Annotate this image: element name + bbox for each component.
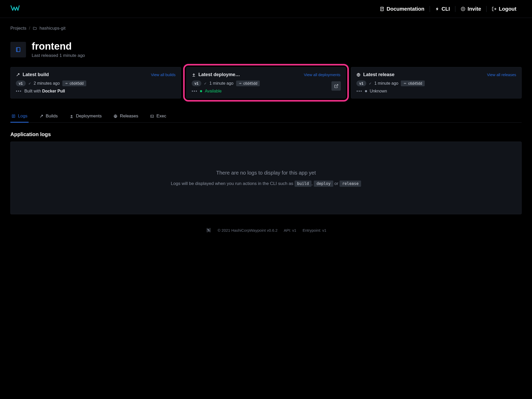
status-dot-gray	[365, 90, 367, 92]
logs-icon	[11, 114, 16, 118]
app-icon	[10, 42, 26, 57]
app-subtitle: Last released 1 minute ago	[32, 53, 85, 58]
book-icon	[15, 46, 21, 53]
more-icon[interactable]: •••	[16, 89, 22, 94]
release-time: 1 minute ago	[374, 81, 398, 86]
footer-api: API: v1	[284, 228, 296, 232]
view-all-releases-link[interactable]: View all releases	[487, 72, 516, 77]
tab-deployments-label: Deployments	[76, 114, 102, 119]
card-release-title: Latest release	[363, 72, 394, 77]
nav-documentation[interactable]: Documentation	[374, 6, 430, 12]
globe-icon	[114, 114, 117, 118]
app-title: frontend	[32, 41, 85, 52]
nav-logout[interactable]: Logout	[487, 6, 522, 12]
release-version: v1	[356, 81, 366, 86]
card-latest-release: Latest release View all releases v1 ✓ 1 …	[351, 67, 522, 98]
tab-logs[interactable]: Logs	[10, 110, 29, 123]
nav-logout-label: Logout	[499, 6, 516, 12]
logs-panel: There are no logs to display for this ap…	[10, 142, 522, 214]
nav-documentation-label: Documentation	[387, 6, 424, 12]
tab-exec-label: Exec	[156, 114, 166, 119]
svg-rect-9	[151, 115, 154, 117]
code-deploy: deploy	[314, 181, 333, 187]
logout-icon	[492, 6, 497, 11]
nav-invite-label: Invite	[468, 6, 481, 12]
hashicorp-icon	[206, 227, 211, 233]
card-latest-build: Latest build View all builds v1 ✓ 2 minu…	[10, 67, 181, 98]
upload-icon	[70, 114, 74, 118]
status-dot-green	[200, 90, 202, 92]
breadcrumb-projects[interactable]: Projects	[10, 26, 26, 31]
tab-deployments[interactable]: Deployments	[69, 110, 103, 123]
build-icon	[16, 73, 20, 77]
release-status: Unknown	[370, 89, 387, 94]
breadcrumb: Projects / hashicups-git	[10, 26, 522, 31]
terminal-icon	[150, 114, 154, 118]
footer-entrypoint: Entrypoint: v1	[303, 228, 327, 232]
logs-section-title: Application logs	[10, 131, 522, 137]
footer: © 2021 HashiCorpWaypoint v0.6.2 API: v1 …	[10, 214, 522, 243]
external-link-icon	[334, 84, 338, 88]
nav-cli[interactable]: CLI	[430, 6, 455, 12]
nav-cli-label: CLI	[442, 6, 450, 12]
lightning-icon	[435, 7, 440, 11]
tab-releases-label: Releases	[120, 114, 138, 119]
code-build: build	[295, 181, 311, 187]
tab-releases[interactable]: Releases	[112, 110, 139, 123]
check-icon: ✓	[369, 82, 372, 85]
svg-point-3	[66, 83, 67, 84]
build-icon	[39, 114, 43, 118]
logs-empty-subtitle: Logs will be displayed when you run acti…	[171, 181, 361, 186]
globe-icon	[356, 73, 361, 77]
commit-icon	[65, 82, 68, 85]
card-deployment-title: Latest deployme…	[198, 72, 240, 77]
svg-point-4	[240, 83, 241, 84]
more-icon[interactable]: •••	[192, 89, 198, 94]
tabs: Logs Builds Deployments Releases Exec	[10, 110, 522, 123]
waypoint-logo[interactable]	[10, 5, 20, 13]
view-all-builds-link[interactable]: View all builds	[151, 72, 176, 77]
tab-exec[interactable]: Exec	[149, 110, 167, 123]
breadcrumb-separator: /	[29, 26, 30, 31]
code-release: release	[340, 181, 361, 187]
deployment-status: Available	[205, 89, 222, 94]
more-icon[interactable]: •••	[356, 89, 362, 94]
open-deployment-button[interactable]	[331, 81, 341, 91]
document-icon	[380, 6, 384, 11]
check-icon: ✓	[204, 82, 207, 85]
deployment-time: 1 minute ago	[209, 81, 234, 86]
upload-icon	[192, 73, 196, 77]
view-all-deployments-link[interactable]: View all deployments	[304, 72, 341, 77]
nav-invite[interactable]: Invite	[455, 6, 487, 12]
commit-icon	[403, 82, 407, 85]
deployment-version: v1	[192, 81, 202, 86]
build-version: v1	[16, 81, 26, 86]
logs-empty-title: There are no logs to display for this ap…	[216, 170, 316, 176]
build-method: Built with Docker Pull	[24, 89, 65, 94]
card-build-title: Latest build	[23, 72, 49, 77]
card-latest-deployment: Latest deployme… View all deployments v1…	[186, 67, 346, 98]
tab-builds[interactable]: Builds	[38, 110, 59, 123]
folder-icon	[33, 26, 37, 30]
check-icon: ✓	[28, 82, 31, 85]
svg-point-6	[405, 83, 405, 84]
tab-builds-label: Builds	[46, 114, 58, 119]
release-hash[interactable]: c6d45dd	[401, 81, 425, 86]
footer-copyright: © 2021 HashiCorpWaypoint v0.6.2	[218, 228, 278, 232]
plus-circle-icon	[461, 6, 466, 11]
breadcrumb-project[interactable]: hashicups-git	[39, 26, 65, 31]
build-time: 2 minutes ago	[34, 81, 60, 86]
build-hash[interactable]: c6d45dd	[62, 81, 86, 86]
tab-logs-label: Logs	[18, 114, 28, 119]
highlight-deployment: Latest deployme… View all deployments v1…	[185, 65, 348, 100]
commit-icon	[239, 82, 242, 85]
deployment-hash[interactable]: c6d45dd	[236, 81, 260, 86]
